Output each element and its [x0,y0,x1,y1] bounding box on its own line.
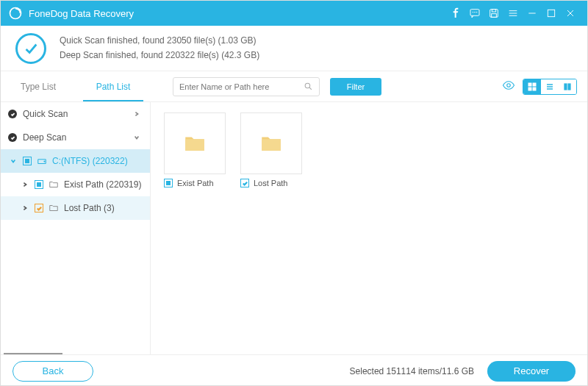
svg-rect-20 [528,87,531,90]
view-toggle [523,79,577,95]
drive-icon [36,155,48,167]
svg-point-28 [44,161,45,162]
svg-rect-7 [492,14,497,18]
svg-rect-21 [533,87,536,90]
preview-toggle-icon[interactable] [502,79,515,95]
svg-rect-26 [568,84,570,90]
sidebar: Quick Scan Deep Scan C:(NTFS) (220322) E… [1,102,151,354]
chevron-right-icon [20,205,30,211]
checkbox-partial[interactable] [164,179,173,187]
folder-lost-path[interactable]: Lost Path [240,112,302,187]
view-grid-icon[interactable] [523,79,541,94]
check-dot-icon [8,110,17,118]
tab-path-list[interactable]: Path List [76,71,151,101]
folder-icon [240,112,302,174]
folder-icon [164,112,226,174]
checkmark-icon [15,33,46,64]
sidebar-item-lost-path[interactable]: Lost Path (3) [1,196,150,220]
sidebar-item-deep-scan[interactable]: Deep Scan [1,126,150,149]
svg-point-17 [507,83,511,87]
folder-exist-path[interactable]: Exist Path [164,112,226,187]
chevron-down-icon [134,132,143,143]
app-logo-icon [8,6,23,21]
toolbar: Type List Path List Filter [1,71,587,102]
recover-button[interactable]: Recover [487,361,576,382]
tab-type-list[interactable]: Type List [1,71,76,101]
sidebar-item-drive[interactable]: C:(NTFS) (220322) [1,149,150,173]
footer: Back Selected 151114 items/11.6 GB Recov… [1,354,587,386]
back-button[interactable]: Back [12,361,93,382]
chevron-down-icon [8,158,18,164]
filter-button[interactable]: Filter [330,78,381,96]
folder-label: Lost Path [254,179,287,187]
svg-line-16 [309,87,312,90]
selection-summary: Selected 151114 items/11.6 GB [350,366,474,376]
view-detail-icon[interactable] [559,79,576,94]
close-icon[interactable] [561,1,580,26]
folder-label: Exist Path [177,179,214,187]
tree-label: Quick Scan [23,109,134,119]
search-input[interactable] [179,82,304,91]
svg-rect-12 [548,10,554,16]
folder-icon [48,202,60,214]
save-icon[interactable] [484,1,503,26]
sidebar-item-quick-scan[interactable]: Quick Scan [1,102,150,126]
tree-label: Lost Path (3) [64,203,143,213]
checkbox-partial[interactable] [23,157,32,165]
check-dot-icon [8,133,17,142]
svg-point-2 [473,12,473,12]
view-list-icon[interactable] [541,79,559,94]
deep-scan-status: Deep Scan finished, found 220322 file(s)… [60,49,259,62]
tree-label: C:(NTFS) (220322) [52,156,143,166]
folder-icon [48,179,60,190]
tree-label: Exist Path (220319) [64,179,143,190]
maximize-icon[interactable] [542,1,561,26]
svg-rect-19 [533,83,536,86]
content-area: Exist Path Lost Path [151,102,587,354]
sidebar-item-exist-path[interactable]: Exist Path (220319) [1,173,150,196]
checkbox-checked[interactable] [240,179,249,187]
app-title: FoneDog Data Recovery [29,8,134,19]
svg-point-15 [305,83,310,88]
search-icon [304,82,313,91]
chevron-right-icon [20,182,30,187]
feedback-icon[interactable] [465,1,484,26]
svg-point-3 [475,12,476,12]
checkbox-checked[interactable] [35,204,43,212]
chevron-right-icon [134,109,143,119]
svg-rect-25 [564,84,567,90]
checkbox-partial[interactable] [35,180,43,189]
tree-label: Deep Scan [23,132,134,143]
facebook-icon[interactable] [446,1,465,26]
svg-rect-6 [492,10,495,12]
svg-point-4 [476,12,477,12]
minimize-icon[interactable] [523,1,542,26]
svg-rect-18 [528,83,531,86]
search-box[interactable] [173,77,320,96]
quick-scan-status: Quick Scan finished, found 23050 file(s)… [60,34,259,48]
menu-icon[interactable] [503,1,523,26]
scan-status: Quick Scan finished, found 23050 file(s)… [1,26,587,71]
sidebar-scrollbar[interactable] [4,353,62,354]
titlebar: FoneDog Data Recovery [1,1,587,26]
